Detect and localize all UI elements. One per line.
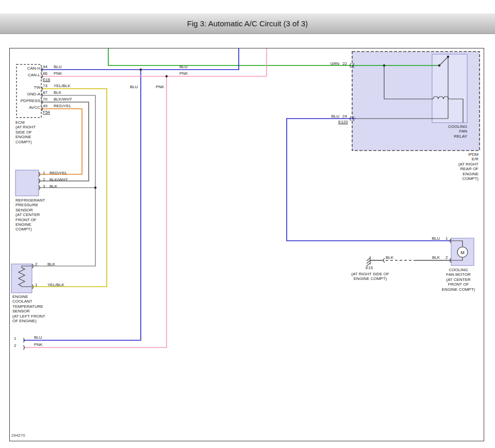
figure-title-bar: Fig 3: Automatic A/C Circuit (3 of 3) (0, 13, 495, 34)
wire-color-label: BLK/WHT (54, 97, 72, 102)
wire-color-label: BLU (54, 64, 62, 70)
refrigerant-sensor-caption: REFRIGERANT PRESSURE SENSOR (AT CENTER F… (15, 198, 53, 232)
motor-pin-number: 1 (446, 236, 448, 241)
bottom-pin-number: 1 (14, 336, 16, 341)
ecm-pin-name: TW (18, 85, 40, 90)
wire-color-label: GRN (324, 61, 339, 67)
sensor-pin-number: 1 (35, 283, 37, 288)
fan-motor-caption: COOLING FAN MOTOR (AT CENTER FRONT OF EN… (436, 268, 481, 292)
motor-letter: M (460, 250, 465, 255)
wire-color-label: BLU (324, 114, 339, 119)
ect-sensor-caption: ENGINE COOLANT TEMPERATURE SENSOR (AT LE… (12, 294, 54, 323)
motor-pin-number: 2 (446, 255, 448, 260)
wire-color-label: PNK (179, 71, 188, 76)
wire-color-label: YEL/BLK (54, 84, 70, 89)
wire-color-label: PNK (156, 85, 164, 90)
ipdm-connector-label: E120 (338, 120, 348, 125)
wiring-diagram-canvas: M (0, 0, 495, 448)
sensor-pin-number: 3 (43, 184, 45, 189)
ground-caption: (AT RIGHT SIDE OF ENGINE COMPT) (343, 272, 397, 281)
ecm-caption: ECM (AT RIGHT SIDE OF ENGINE COMPT) (15, 120, 47, 144)
ecm-pin-name: CAN-L (18, 73, 40, 78)
ect-sensor-box (11, 264, 32, 293)
sensor-pin-number: 2 (43, 177, 45, 182)
wire-color-label: RED/YEL (54, 104, 71, 109)
ipdm-pin-number: 22 (342, 61, 347, 67)
ecm-pin-number: 70 (43, 97, 47, 102)
ecm-pin-number: 49 (43, 104, 47, 109)
figure-code: 294270 (11, 433, 25, 438)
sensor-pin-number: 2 (35, 262, 37, 267)
ecm-pin-name: CAN-H (18, 66, 40, 71)
wire-color-label: YEL/BLK (47, 283, 64, 288)
wire-color-label: BLU (179, 64, 188, 70)
wire-color-label: BLK/WHT (50, 177, 68, 182)
refrigerant-pressure-sensor-box (15, 170, 39, 196)
bottom-pin-number: 2 (14, 343, 16, 349)
ecm-pin-number: 73 (43, 84, 47, 89)
wire-color-label: BLK (54, 90, 61, 95)
ecm-connector-label: F54 (43, 110, 50, 115)
ecm-pin-number: 94 (43, 64, 47, 70)
ecm-pin-number: 86 (43, 71, 47, 76)
wire-color-label: RED/YEL (50, 171, 67, 176)
figure-title: Fig 3: Automatic A/C Circuit (3 of 3) (187, 19, 308, 28)
wire-color-label: PNK (54, 71, 62, 76)
wire-color-label: BLK (428, 255, 440, 260)
sensor-pin-number: 1 (43, 171, 45, 176)
ecm-connector-label: E16 (43, 77, 50, 82)
ecm-pin-name: GND-A (18, 92, 40, 97)
ipdm-pin-number: 24 (342, 114, 347, 119)
wire-color-label: BLK (47, 262, 55, 267)
wire-color-label: BLU (130, 85, 138, 90)
cooling-fan-relay-box (432, 54, 467, 123)
wire-color-label: BLK (386, 255, 393, 260)
ecm-pin-number: 87 (43, 90, 47, 95)
wire-color-label: BLU (428, 236, 440, 241)
ipdm-caption: IPDM E/R (AT RIGHT REAR OF ENGINE COMPT) (436, 152, 478, 181)
ecm-pin-name: AVCC (18, 105, 40, 110)
ecm-pin-name: PDPRESS (18, 98, 40, 104)
relay-caption: COOLING FAN RELAY (431, 124, 467, 139)
wire-color-label: BLK (50, 184, 57, 189)
ground-label: E15 (363, 266, 375, 271)
wire-color-label: BLU (34, 335, 42, 340)
wire-color-label: PNK (34, 342, 42, 347)
